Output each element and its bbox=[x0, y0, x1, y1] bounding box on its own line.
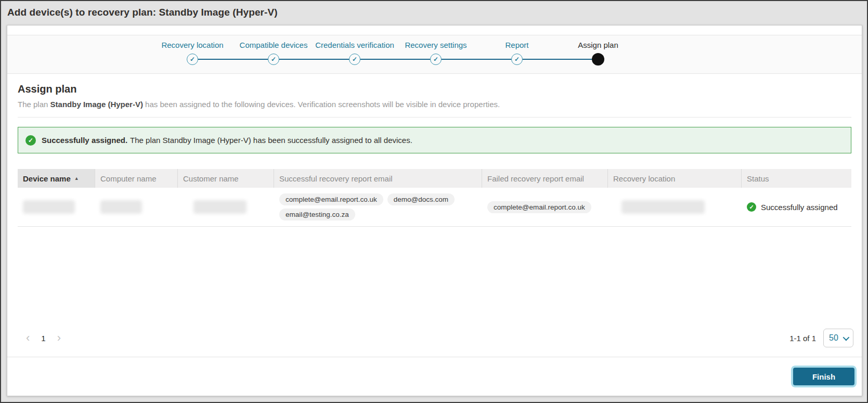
column-header-status[interactable]: Status bbox=[742, 169, 851, 188]
cell-status: ✓ Successfully assigned bbox=[742, 188, 851, 226]
email-pill: complete@email.report.co.uk bbox=[279, 193, 383, 205]
item-range-label: 1-1 of 1 bbox=[789, 334, 816, 343]
step-recovery-location[interactable]: Recovery location ✓ bbox=[152, 35, 233, 73]
next-page-icon[interactable]: › bbox=[56, 332, 62, 344]
chevron-down-icon bbox=[843, 334, 849, 341]
redacted-computer-name bbox=[100, 200, 142, 214]
column-header-customer-name[interactable]: Customer name bbox=[178, 169, 274, 188]
step-current-dot-icon bbox=[592, 53, 604, 66]
status-check-icon: ✓ bbox=[747, 202, 756, 212]
cell-successful-emails: complete@email.report.co.uk demo@docs.co… bbox=[274, 188, 482, 226]
table-header-row: Device name ▲ Computer name Customer nam… bbox=[18, 169, 851, 188]
alert-message: The plan Standby Image (Hyper-V) has bee… bbox=[130, 136, 412, 145]
column-header-successful-email[interactable]: Successful recovery report email bbox=[274, 169, 482, 188]
column-header-device-name[interactable]: Device name ▲ bbox=[18, 169, 95, 188]
column-header-recovery-location[interactable]: Recovery location bbox=[608, 169, 742, 188]
stepper-steps: Recovery location ✓ Compatible devices ✓… bbox=[7, 35, 862, 73]
step-complete-check-icon: ✓ bbox=[349, 54, 360, 65]
range-group: 1-1 of 1 50 bbox=[789, 329, 853, 347]
table-row: complete@email.report.co.uk demo@docs.co… bbox=[18, 188, 851, 227]
page-size-select[interactable]: 50 bbox=[823, 329, 853, 347]
column-header-failed-email[interactable]: Failed recovery report email bbox=[482, 169, 608, 188]
step-credentials-verification[interactable]: Credentials verification ✓ bbox=[314, 35, 395, 73]
cell-device-name bbox=[18, 188, 95, 226]
step-complete-check-icon: ✓ bbox=[187, 54, 198, 65]
success-check-icon: ✓ bbox=[25, 135, 36, 146]
finish-button[interactable]: Finish bbox=[793, 368, 854, 385]
cell-recovery-location bbox=[608, 188, 742, 226]
redacted-device-name bbox=[23, 200, 75, 214]
step-report[interactable]: Report ✓ bbox=[476, 35, 558, 73]
divider bbox=[18, 117, 851, 118]
step-content: Assign plan The plan Standby Image (Hype… bbox=[7, 74, 862, 328]
step-complete-check-icon: ✓ bbox=[268, 54, 279, 65]
plan-name: Standby Image (Hyper-V) bbox=[50, 100, 143, 109]
step-complete-check-icon: ✓ bbox=[430, 54, 442, 65]
sort-ascending-icon: ▲ bbox=[74, 176, 79, 181]
page-title: Assign plan bbox=[18, 83, 851, 95]
step-assign-plan[interactable]: Assign plan bbox=[558, 35, 639, 73]
cell-failed-emails: complete@email.report.co.uk bbox=[482, 188, 608, 226]
redacted-customer-name bbox=[193, 200, 247, 214]
pager: ‹ 1 › bbox=[25, 332, 62, 344]
previous-page-icon[interactable]: ‹ bbox=[25, 332, 31, 344]
devices-table: Device name ▲ Computer name Customer nam… bbox=[18, 169, 851, 227]
email-pill: complete@email.report.co.uk bbox=[487, 201, 591, 213]
cell-customer-name bbox=[178, 188, 274, 226]
current-page-number[interactable]: 1 bbox=[41, 334, 45, 343]
page-size-value: 50 bbox=[829, 333, 838, 343]
wizard-window: Add device(s) to recovery plan: Standby … bbox=[0, 0, 868, 403]
step-complete-check-icon: ✓ bbox=[511, 54, 523, 65]
step-compatible-devices[interactable]: Compatible devices ✓ bbox=[233, 35, 314, 73]
email-pill: demo@docs.com bbox=[387, 193, 455, 205]
page-description: The plan Standby Image (Hyper-V) has bee… bbox=[18, 100, 851, 109]
window-title: Add device(s) to recovery plan: Standby … bbox=[7, 7, 278, 18]
wizard-card: Recovery location ✓ Compatible devices ✓… bbox=[7, 25, 862, 396]
alert-title: Successfully assigned. bbox=[42, 136, 127, 145]
status-label: Successfully assigned bbox=[761, 203, 838, 212]
titlebar: Add device(s) to recovery plan: Standby … bbox=[1, 1, 867, 24]
redacted-recovery-location bbox=[621, 200, 705, 214]
step-recovery-settings[interactable]: Recovery settings ✓ bbox=[395, 35, 476, 73]
cell-computer-name bbox=[95, 188, 178, 226]
email-pill: email@testing.co.za bbox=[279, 209, 355, 220]
pagination-bar: ‹ 1 › 1-1 of 1 50 bbox=[7, 328, 862, 348]
wizard-footer: Finish bbox=[7, 357, 862, 396]
column-header-computer-name[interactable]: Computer name bbox=[95, 169, 178, 188]
success-alert: ✓ Successfully assigned. The plan Standb… bbox=[18, 127, 851, 153]
stepper: Recovery location ✓ Compatible devices ✓… bbox=[7, 35, 862, 74]
